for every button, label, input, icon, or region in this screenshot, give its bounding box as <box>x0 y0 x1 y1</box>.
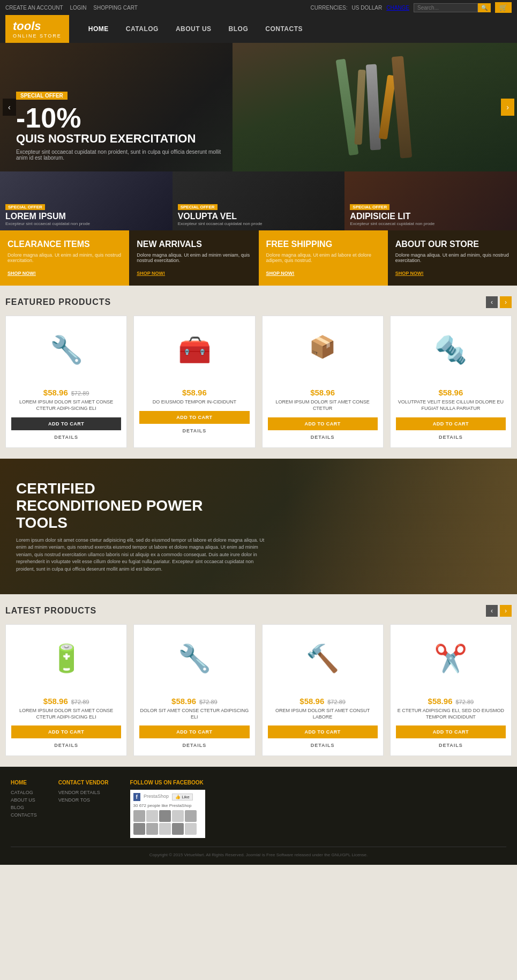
sub-banner-2[interactable]: SPECIAL OFFER VOLUPTA VEL Excepteur sint… <box>173 171 345 230</box>
latest-price-old-3: $72.89 <box>327 699 346 705</box>
footer-blog-link[interactable]: BLOG <box>11 805 37 810</box>
nav-contacts[interactable]: CONTACTS <box>257 16 311 42</box>
product-image-2 <box>139 324 249 383</box>
fb-avatar-6 <box>133 823 145 835</box>
latest-product-name-2: DOLOR SIT AMET CONSE CTETUR ADIPISCING E… <box>139 708 249 720</box>
latest-price-current-1: $58.96 <box>43 697 68 706</box>
copyright-text: Copyright © 2015 VirtueMart. All Rights … <box>11 847 506 857</box>
latest-add-to-cart-button-4[interactable]: ADD TO CART <box>396 725 506 738</box>
nav-about[interactable]: ABOUT US <box>167 16 220 42</box>
top-bar-right: CURRENCIES: US DOLLAR CHANGE 🔍 🛒 <box>311 2 512 13</box>
facebook-logo: f <box>133 793 140 801</box>
latest-product-image-2 <box>139 632 249 691</box>
latest-prev-button[interactable]: ‹ <box>486 605 498 617</box>
shopping-cart-link[interactable]: SHOPPING CART <box>93 5 138 11</box>
create-account-link[interactable]: CREATE AN ACCOUNT <box>5 5 63 11</box>
footer-col-vendor: CONTACT VENDOR VENDOR DETAILS VENDOR TOS <box>58 780 109 838</box>
slider-next-button[interactable]: › <box>501 99 514 116</box>
latest-details-button-4[interactable]: DETAILS <box>396 743 506 748</box>
latest-details-button-3[interactable]: DETAILS <box>268 743 378 748</box>
add-to-cart-button-2[interactable]: ADD TO CART <box>139 411 249 424</box>
footer-vendor-details-link[interactable]: VENDOR DETAILS <box>58 790 109 795</box>
info-block-title-1: CLEARANCE ITEMS <box>8 239 122 249</box>
info-block-title-4: ABOUT OUR STORE <box>395 239 509 249</box>
info-block-new: NEW ARRIVALS Dolore magna aliqua. Ut eni… <box>129 230 258 286</box>
price-old-1: $72.89 <box>71 390 89 397</box>
shop-now-1[interactable]: SHOP NOW! <box>8 271 36 276</box>
mid-banner-visual <box>284 459 517 595</box>
hero-title: QUIS NOSTRUD EXERCITATION <box>16 132 230 146</box>
latest-details-button-2[interactable]: DETAILS <box>139 743 249 748</box>
screws-icon <box>173 643 216 680</box>
latest-product-2: $58.96 $72.89 DOLOR SIT AMET CONSE CTETU… <box>133 624 255 756</box>
change-currency-link[interactable]: CHANGE <box>386 5 409 11</box>
latest-add-to-cart-button-2[interactable]: ADD TO CART <box>139 725 249 738</box>
product-name-2: DO EIUSMOD TEMPOR IN-CIDIDUNT <box>139 399 249 406</box>
latest-product-name-3: OREM IPSUM DOLOR SIT AMET CONSUT LABORE <box>268 708 378 720</box>
footer-catalog-link[interactable]: CATALOG <box>11 790 37 795</box>
footer-vendor-tos-link[interactable]: VENDOR TOS <box>58 797 109 803</box>
sub-banner-3[interactable]: SPECIAL OFFER ADIPISICIE LIT Excepteur s… <box>344 171 517 230</box>
search-button[interactable]: 🔍 <box>478 3 491 12</box>
footer-columns: HOME CATALOG ABOUT US BLOG CONTACTS CONT… <box>11 780 506 847</box>
fb-like-button[interactable]: 👍 Like <box>172 794 193 801</box>
latest-product-image-3 <box>268 632 378 691</box>
add-to-cart-button-1[interactable]: ADD TO CART <box>11 417 121 430</box>
latest-next-button[interactable]: › <box>500 605 512 617</box>
product-name-3: LOREM IPSUM DOLOR SIT AMET CONSE CTETUR <box>268 399 378 412</box>
cutter-icon <box>429 643 472 680</box>
latest-product-name-1: LOREM IPSUM DOLOR SIT AMET CONSE CTETUR … <box>11 708 121 720</box>
logo-text: tools <box>13 19 41 33</box>
footer-contacts-link[interactable]: CONTACTS <box>11 812 37 818</box>
sub-desc-1: Excepteur sint occaecat cupidatat non pr… <box>5 221 90 226</box>
login-link[interactable]: LOGIN <box>70 5 86 11</box>
power-icon <box>429 334 472 372</box>
nav-blog[interactable]: BLOG <box>220 16 257 42</box>
latest-product-image-1 <box>11 632 121 691</box>
latest-details-button-1[interactable]: DETAILS <box>11 743 121 748</box>
main-nav: HOME CATALOG ABOUT US BLOG CONTACTS <box>80 16 311 42</box>
nav-home[interactable]: HOME <box>80 16 117 42</box>
latest-add-to-cart-button-1[interactable]: ADD TO CART <box>11 725 121 738</box>
latest-product-4: $58.96 $72.89 E CTETUR ADIPISCING ELI, S… <box>390 624 512 756</box>
shop-now-3[interactable]: SHOP NOW! <box>266 271 295 276</box>
latest-product-1: $58.96 $72.89 LOREM IPSUM DOLOR SIT AMET… <box>5 624 127 756</box>
sub-banner-1[interactable]: SPECIAL OFFER LOREM IPSUM Excepteur sint… <box>0 171 173 230</box>
nav-catalog[interactable]: CATALOG <box>117 16 167 42</box>
slider-prev-button[interactable]: ‹ <box>3 99 16 116</box>
add-to-cart-button-4[interactable]: ADD TO CART <box>396 417 506 430</box>
hero-badge: SPECIAL OFFER <box>16 92 68 100</box>
product-image-4 <box>396 324 506 383</box>
shop-now-4[interactable]: SHOP NOW! <box>395 271 424 276</box>
hero-slider: ‹ SPECIAL OFFER -10% QUIS NOSTRUD EXERCI… <box>0 43 517 171</box>
product-image-3 <box>268 324 378 383</box>
search-input[interactable] <box>414 3 478 12</box>
info-block-title-3: FREE SHIPPING <box>266 239 380 249</box>
sub-desc-3: Excepteur sint occaecat cupidatat non pr… <box>350 221 434 226</box>
sub-title-2: VOLUPTA VEL <box>178 212 263 221</box>
footer-about-link[interactable]: ABOUT US <box>11 797 37 803</box>
featured-prev-button[interactable]: ‹ <box>486 296 498 308</box>
facebook-widget: f PrestaShop 👍 Like 30 672 people like P… <box>130 790 205 838</box>
featured-product-2: $58.96 DO EIUSMOD TEMPOR IN-CIDIDUNT ADD… <box>133 316 255 447</box>
details-button-3[interactable]: DETAILS <box>268 435 378 440</box>
add-to-cart-button-3[interactable]: ADD TO CART <box>268 417 378 430</box>
cart-icon[interactable]: 🛒 <box>495 2 512 13</box>
logo[interactable]: tools ONLINE STORE <box>5 15 69 43</box>
details-button-4[interactable]: DETAILS <box>396 435 506 440</box>
sub-desc-2: Excepteur sint occaecat cupidatat non pr… <box>178 221 263 226</box>
fb-avatar-2 <box>146 810 158 822</box>
fb-avatar-10 <box>185 823 197 835</box>
fb-avatar-9 <box>172 823 184 835</box>
details-button-1[interactable]: DETAILS <box>11 435 121 440</box>
blue-tool-icon <box>301 643 344 680</box>
currencies-label: CURRENCIES: <box>311 5 348 11</box>
mid-banner: CERTIFIED RECONDITIONED POWER TOOLS Lore… <box>0 459 517 595</box>
details-button-2[interactable]: DETAILS <box>139 428 249 433</box>
featured-next-button[interactable]: › <box>500 296 512 308</box>
shop-now-2[interactable]: SHOP NOW! <box>137 271 165 276</box>
latest-add-to-cart-button-3[interactable]: ADD TO CART <box>268 725 378 738</box>
footer: HOME CATALOG ABOUT US BLOG CONTACTS CONT… <box>0 767 517 865</box>
footer-home-title: HOME <box>11 780 37 786</box>
header: tools ONLINE STORE HOME CATALOG ABOUT US… <box>0 15 517 43</box>
